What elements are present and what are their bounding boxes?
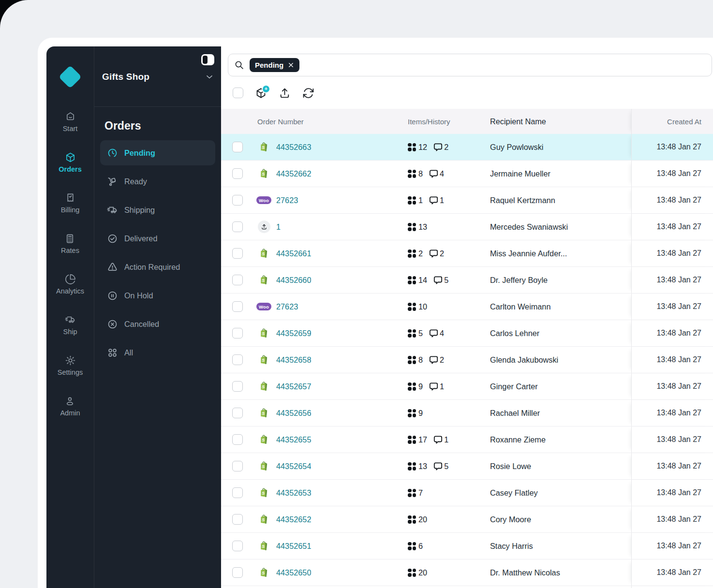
order-number-link[interactable]: 44352650 [276, 568, 311, 577]
table-row[interactable]: S 44352651 6 Stacy Harris 13:48 Jan 27 [221, 533, 713, 559]
table-row[interactable]: S 44352662 8 4 Jermaine Mueller 13:48 Ja… [221, 161, 713, 187]
table-row[interactable]: Woo 27623 10 Carlton Weimann 13:48 Jan 2… [221, 294, 713, 320]
rail-item-billing[interactable]: Billing [61, 192, 80, 214]
order-number-link[interactable]: 44352656 [276, 409, 311, 418]
create-order-button[interactable]: + [255, 87, 267, 99]
header-items-history[interactable]: Items/History [408, 118, 490, 126]
rail-item-ship[interactable]: Ship [63, 314, 77, 336]
table-row[interactable]: S 44352654 13 5 Rosie Lowe 13:48 Jan 27 [221, 453, 713, 480]
table-row[interactable]: S 44352658 8 2 Glenda Jakubowski 13:48 J… [221, 347, 713, 373]
row-checkbox[interactable] [232, 487, 243, 498]
row-checkbox[interactable] [232, 381, 243, 392]
close-icon[interactable] [288, 62, 294, 68]
row-checkbox[interactable] [232, 275, 243, 285]
row-checkbox[interactable] [232, 248, 243, 259]
table-row[interactable]: S 44352649 14 4 Kim Dickens 13:48 Jan 27 [221, 586, 713, 588]
order-number-link[interactable]: 44352652 [276, 515, 311, 524]
order-source-icon: S [257, 247, 270, 260]
created-at: 13:48 Jan 27 [631, 240, 713, 266]
row-checkbox[interactable] [232, 541, 243, 551]
shop-selector[interactable]: Gifts Shop [102, 69, 214, 85]
order-number-link[interactable]: 44352660 [276, 276, 311, 285]
refresh-icon [302, 87, 314, 99]
sidebar-item-on-hold[interactable]: On Hold [100, 283, 215, 308]
sidebar-item-delivered[interactable]: Delivered [100, 226, 215, 251]
rail-item-admin[interactable]: Admin [60, 396, 80, 417]
sidebar-item-pending[interactable]: Pending [100, 140, 215, 165]
rail-item-analytics[interactable]: Analytics [56, 274, 84, 295]
refresh-button[interactable] [302, 87, 314, 99]
table-row[interactable]: S 44352661 2 2 Miss Jeannie Aufder... 13… [221, 240, 713, 267]
table-row[interactable]: S 44352659 5 4 Carlos Lehner 13:48 Jan 2… [221, 320, 713, 347]
collapse-sidebar-icon[interactable] [201, 54, 214, 65]
search-input[interactable]: Pending [228, 54, 712, 76]
order-number-link[interactable]: 44352661 [276, 249, 311, 258]
table-row[interactable]: S 44352653 7 Casey Flatley 13:48 Jan 27 [221, 480, 713, 506]
rail-item-rates[interactable]: Rates [61, 233, 79, 254]
row-checkbox[interactable] [232, 195, 243, 206]
row-checkbox[interactable] [232, 434, 243, 445]
row-checkbox[interactable] [232, 514, 243, 525]
order-number-link[interactable]: 44352654 [276, 462, 311, 471]
order-number-link[interactable]: 44352663 [276, 143, 311, 152]
items-count: 8 [418, 169, 423, 178]
table-row[interactable]: S 44352652 20 Cory Moore 13:48 Jan 27 [221, 506, 713, 533]
row-checkbox-cell [221, 328, 248, 338]
row-checkbox-cell [221, 301, 248, 312]
order-number-link[interactable]: 44352658 [276, 355, 311, 365]
rail-item-start[interactable]: Start [63, 111, 78, 132]
row-checkbox[interactable] [232, 354, 243, 365]
order-number-link[interactable]: 44352651 [276, 542, 311, 551]
row-checkbox[interactable] [232, 221, 243, 232]
table-row[interactable]: S 44352655 17 1 Roxanne Zieme 13:48 Jan … [221, 426, 713, 453]
messages-group: 1 [429, 195, 444, 206]
table-row[interactable]: Woo 27623 1 1 Raquel Kertzmann 13:48 Jan… [221, 187, 713, 214]
sidebar-item-cancelled[interactable]: Cancelled [100, 311, 215, 337]
header-order-number[interactable]: Order Number [248, 118, 408, 126]
rail-item-settings[interactable]: Settings [58, 355, 83, 376]
table-row[interactable]: S 44352660 14 5 Dr. Jeffery Boyle 13:48 … [221, 267, 713, 294]
order-number-link[interactable]: 27623 [276, 302, 298, 311]
header-recipient-name[interactable]: Recipient Name [490, 117, 631, 126]
row-checkbox[interactable] [232, 142, 243, 152]
table-row[interactable]: S 44352657 9 1 Ginger Carter 13:48 Jan 2… [221, 373, 713, 400]
x-circle-icon [107, 319, 118, 330]
order-number-link[interactable]: 44352659 [276, 329, 311, 338]
rail-item-orders[interactable]: Orders [59, 152, 82, 173]
row-checkbox-cell [221, 221, 248, 232]
sidebar-item-shipping[interactable]: Shipping [100, 197, 215, 222]
row-checkbox[interactable] [232, 567, 243, 578]
table-row[interactable]: S 44352656 9 Rachael Miller 13:48 Jan 27 [221, 400, 713, 426]
order-number-link[interactable]: 44352655 [276, 435, 311, 444]
pie-chart-icon [65, 274, 76, 285]
sidebar-item-ready[interactable]: Ready [100, 169, 215, 194]
svg-text:S: S [262, 464, 265, 469]
table-row[interactable]: S 44352663 12 2 Guy Powlowski 13:48 Jan … [221, 134, 713, 161]
created-at: 13:48 Jan 27 [631, 559, 713, 586]
export-button[interactable] [279, 87, 291, 99]
order-number-link[interactable]: 27623 [276, 196, 298, 205]
items-icon [408, 170, 416, 178]
items-count: 9 [418, 409, 423, 418]
recipient-name: Casey Flatley [490, 488, 631, 498]
header-created-at[interactable]: Created At [631, 109, 713, 134]
shopify-icon: S [259, 328, 269, 339]
order-number-link[interactable]: 44352657 [276, 382, 311, 391]
row-checkbox-cell [221, 514, 248, 525]
order-source-icon: S [257, 433, 270, 446]
sidebar-item-all[interactable]: All [100, 340, 215, 365]
row-checkbox[interactable] [232, 461, 243, 471]
row-checkbox[interactable] [232, 328, 243, 338]
table-row[interactable]: S 44352650 20 Dr. Matthew Nicolas 13:48 … [221, 559, 713, 586]
order-number-link[interactable]: 1 [276, 222, 281, 232]
table-row[interactable]: 1 13 Mercedes Swaniawski 13:48 Jan 27 [221, 214, 713, 240]
row-checkbox[interactable] [232, 408, 243, 418]
row-checkbox[interactable] [232, 168, 243, 179]
row-checkbox[interactable] [232, 301, 243, 312]
order-number-link[interactable]: 44352662 [276, 169, 311, 178]
filter-chip-pending[interactable]: Pending [250, 58, 299, 72]
select-all-checkbox[interactable] [233, 88, 243, 98]
sidebar-item-action-required[interactable]: Action Required [100, 254, 215, 279]
order-number-link[interactable]: 44352653 [276, 488, 311, 498]
row-checkbox-cell [221, 142, 248, 152]
